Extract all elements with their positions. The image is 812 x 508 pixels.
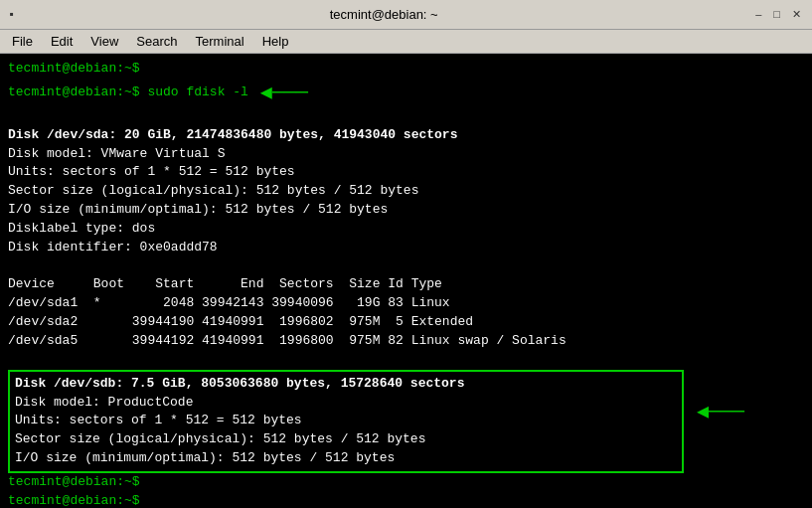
- titlebar-title: tecmint@debian: ~: [15, 7, 752, 22]
- menu-view[interactable]: View: [82, 32, 126, 51]
- prompt-line-1: tecmint@debian:~$: [8, 60, 804, 79]
- disk2-io: I/O size (minimum/optimal): 512 bytes / …: [15, 449, 677, 468]
- disk1-model: Disk model: VMware Virtual S: [8, 145, 804, 164]
- close-button[interactable]: ✕: [789, 8, 804, 21]
- partition-sda2: /dev/sda2 39944190 41940991 1996802 975M…: [8, 313, 804, 332]
- command-line: tecmint@debian:~$ sudo fdisk -l ◀───: [8, 79, 804, 107]
- prompt-line-2: tecmint@debian:~$: [8, 473, 804, 492]
- prompt-line-3: tecmint@debian:~$: [8, 492, 804, 508]
- disk1-units: Units: sectors of 1 * 512 = 512 bytes: [8, 163, 804, 182]
- partition-header: Device Boot Start End Sectors Size Id Ty…: [8, 275, 804, 294]
- minimize-button[interactable]: –: [752, 8, 764, 21]
- arrow-1: ◀───: [260, 79, 308, 107]
- disk1-id: Disk identifier: 0xe0addd78: [8, 239, 804, 257]
- menu-terminal[interactable]: Terminal: [188, 32, 252, 51]
- blank-line-1: [8, 107, 804, 126]
- arrow-2: ◀───: [697, 398, 744, 426]
- titlebar: ▪ tecmint@debian: ~ – □ ✕: [0, 0, 812, 30]
- blank-line-3: [8, 351, 804, 370]
- disk1-sector: Sector size (logical/physical): 512 byte…: [8, 182, 804, 201]
- disk1-header: Disk /dev/sda: 20 GiB, 21474836480 bytes…: [8, 126, 804, 145]
- prompt-2: tecmint@debian:~$: [8, 473, 140, 492]
- window-controls: – □ ✕: [752, 8, 804, 21]
- terminal-area[interactable]: tecmint@debian:~$ tecmint@debian:~$ sudo…: [0, 54, 812, 508]
- prompt-3: tecmint@debian:~$: [8, 492, 140, 508]
- disk2-sector: Sector size (logical/physical): 512 byte…: [15, 430, 677, 449]
- menu-edit[interactable]: Edit: [43, 32, 81, 51]
- disk2-units: Units: sectors of 1 * 512 = 512 bytes: [15, 412, 677, 430]
- disk2-section: Disk /dev/sdb: 7.5 GiB, 8053063680 bytes…: [8, 370, 804, 473]
- menu-search[interactable]: Search: [128, 32, 185, 51]
- blank-line-2: [8, 257, 804, 276]
- menubar: File Edit View Search Terminal Help: [0, 30, 812, 54]
- maximize-button[interactable]: □: [770, 8, 783, 21]
- window-icon: ▪: [8, 8, 15, 22]
- menu-file[interactable]: File: [4, 32, 41, 51]
- menu-help[interactable]: Help: [254, 32, 297, 51]
- prompt-1: tecmint@debian:~$: [8, 60, 140, 79]
- partition-sda5: /dev/sda5 39944192 41940991 1996800 975M…: [8, 332, 804, 351]
- disk1-label: Disklabel type: dos: [8, 220, 804, 239]
- disk1-header-text: Disk /dev/sda: 20 GiB, 21474836480 bytes…: [8, 126, 457, 145]
- disk2-model: Disk model: ProductCode: [15, 394, 677, 413]
- disk2-header: Disk /dev/sdb: 7.5 GiB, 8053063680 bytes…: [15, 375, 677, 394]
- disk1-io: I/O size (minimum/optimal): 512 bytes / …: [8, 201, 804, 220]
- green-highlight-box: Disk /dev/sdb: 7.5 GiB, 8053063680 bytes…: [8, 370, 684, 473]
- command-text: tecmint@debian:~$ sudo fdisk -l: [8, 84, 248, 102]
- partition-sda1: /dev/sda1 * 2048 39942143 39940096 19G 8…: [8, 294, 804, 313]
